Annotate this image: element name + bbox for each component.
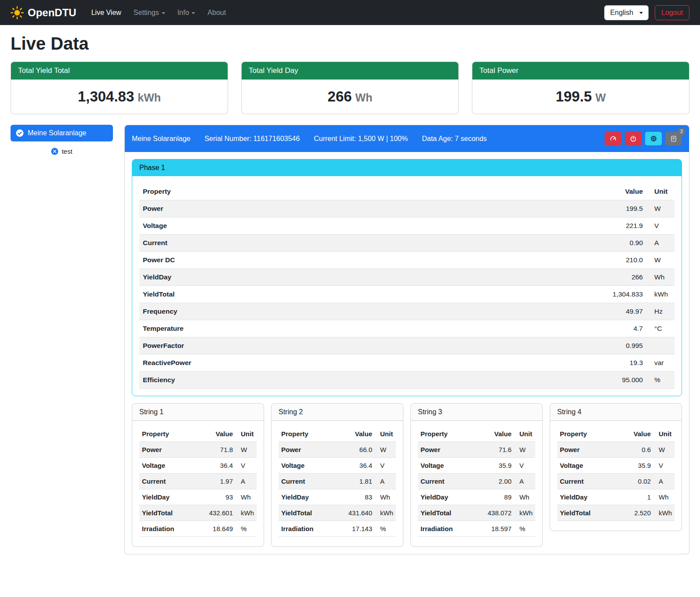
logout-button[interactable]: Logout [655, 5, 689, 20]
unit-cell: Wh [653, 489, 675, 505]
column-value: Value [594, 183, 646, 200]
property-cell: YieldDay [139, 489, 204, 505]
property-cell: Efficiency [139, 372, 594, 389]
value-cell: 83 [343, 489, 375, 505]
value-cell: 17.143 [343, 521, 375, 537]
value-cell: 95.000 [594, 372, 646, 389]
column-property: Property [139, 183, 594, 200]
table-row: YieldTotal2.520kWh [557, 505, 675, 521]
table-row: YieldTotal1,304.833kWh [139, 286, 675, 303]
property-cell: Power [557, 442, 622, 458]
property-cell: YieldTotal [139, 505, 204, 521]
string-table: Property Value Unit Power0.6WVoltage35.9… [557, 426, 675, 521]
power-button[interactable] [625, 132, 642, 145]
column-property: Property [139, 426, 204, 442]
table-row: YieldTotal438.072kWh [418, 505, 535, 521]
property-cell: Voltage [557, 458, 622, 474]
limit-settings-button[interactable] [605, 132, 621, 145]
unit-cell: Hz [646, 303, 675, 320]
value-cell: 93 [204, 489, 236, 505]
unit-cell: W [646, 200, 675, 217]
table-row: YieldDay266Wh [139, 269, 675, 286]
table-row: Voltage35.9V [418, 458, 535, 474]
table-row: YieldTotal432.601kWh [139, 505, 257, 521]
value-cell: 438.072 [482, 505, 514, 521]
unit-cell: kWh [375, 505, 396, 521]
main-content: Meine Solaranlage test Meine Solaranlage… [0, 114, 700, 565]
value-cell: 431.640 [343, 505, 375, 521]
property-cell: Temperature [139, 320, 594, 337]
value-cell: 4.7 [594, 320, 646, 337]
value-cell: 36.4 [204, 458, 236, 474]
value-cell: 66.0 [343, 442, 375, 458]
property-cell: YieldDay [418, 489, 482, 505]
language-select[interactable]: English [604, 5, 649, 20]
summary-card-unit: Wh [355, 91, 373, 104]
column-value: Value [343, 426, 375, 442]
event-log-button[interactable]: 2 [665, 132, 682, 145]
value-cell: 71.8 [204, 442, 236, 458]
property-cell: Irradiation [139, 521, 204, 537]
nav-item-live-view[interactable]: Live View [85, 5, 127, 20]
string-card-body: Property Value Unit Power71.6WVoltage35.… [411, 421, 542, 546]
inverter-item-test[interactable]: test [11, 148, 113, 155]
unit-cell: A [514, 474, 535, 489]
top-navbar: OpenDTU Live View Settings Info About En… [0, 0, 700, 25]
inverter-select-button[interactable]: Meine Solaranlage [11, 125, 113, 141]
property-cell: Current [557, 474, 622, 489]
inverter-panel: Meine Solaranlage Serial Number: 1161716… [124, 125, 689, 554]
table-row: PowerFactor0.995 [139, 337, 675, 355]
table-row: Irradiation18.649% [139, 521, 257, 537]
unit-cell: W [514, 442, 535, 458]
brand: OpenDTU [11, 6, 76, 19]
table-row: Irradiation18.597% [418, 521, 535, 537]
unit-cell: Wh [646, 269, 675, 286]
value-cell: 210.0 [594, 252, 646, 269]
device-info-button[interactable] [645, 132, 662, 145]
property-cell: ReactivePower [139, 355, 594, 372]
column-unit: Unit [646, 183, 675, 200]
string-card-body: Property Value Unit Power66.0WVoltage36.… [272, 421, 403, 546]
phase-card-title: Phase 1 [132, 159, 682, 176]
property-cell: YieldTotal [418, 505, 482, 521]
column-value: Value [482, 426, 514, 442]
unit-cell: % [514, 521, 535, 537]
unit-cell [646, 337, 675, 355]
summary-card-total-yield-total: Total Yield Total 1,304.83kWh [11, 62, 228, 114]
table-header-row: Property Value Unit [139, 183, 675, 200]
value-cell: 35.9 [482, 458, 514, 474]
nav-item-about[interactable]: About [201, 5, 232, 20]
unit-cell: W [653, 442, 675, 458]
table-row: Voltage36.4V [139, 458, 257, 474]
inverter-current-limit: Current Limit: 1,500 W | 100% [314, 135, 408, 143]
property-cell: Power [139, 200, 594, 217]
chevron-down-icon [192, 12, 195, 14]
value-cell: 18.649 [204, 521, 236, 537]
table-row: Power199.5W [139, 200, 675, 217]
value-cell: 266 [594, 269, 646, 286]
table-row: Power0.6W [557, 442, 675, 458]
table-row: Frequency49.97Hz [139, 303, 675, 320]
unit-cell: V [646, 217, 675, 235]
property-cell: Current [139, 235, 594, 252]
unit-cell: A [375, 474, 396, 489]
property-cell: Current [139, 474, 204, 489]
string-card-1: String 1 Property Value Unit Power71.8WV… [132, 403, 264, 547]
property-cell: Voltage [139, 458, 204, 474]
table-row: Irradiation17.143% [279, 521, 396, 537]
value-cell: 0.6 [622, 442, 653, 458]
value-cell: 221.9 [594, 217, 646, 235]
unit-cell: W [236, 442, 257, 458]
inverter-data-age: Data Age: 7 seconds [422, 135, 487, 143]
unit-cell: % [375, 521, 396, 537]
inverter-panel-header: Meine Solaranlage Serial Number: 1161716… [125, 125, 689, 152]
nav-item-settings[interactable]: Settings [127, 5, 171, 20]
table-row: YieldDay1Wh [557, 489, 675, 505]
nav-item-info[interactable]: Info [171, 5, 202, 20]
column-property: Property [557, 426, 622, 442]
gauge-icon [609, 135, 617, 142]
value-cell: 1.81 [343, 474, 375, 489]
x-circle-icon [51, 148, 58, 155]
table-row: Current1.97A [139, 474, 257, 489]
check-circle-icon [16, 129, 24, 137]
